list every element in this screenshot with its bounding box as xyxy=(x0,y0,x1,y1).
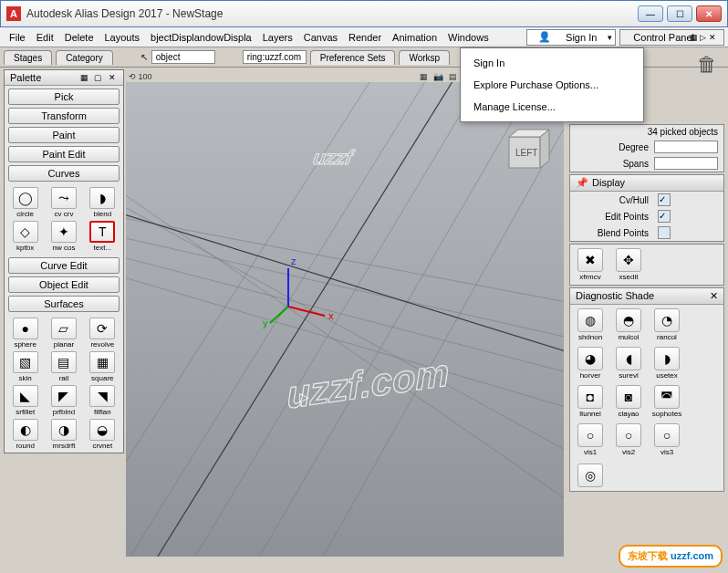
menu-animation[interactable]: Animation xyxy=(387,30,442,45)
blendpoints-label: Blend Points xyxy=(576,228,649,238)
editpoints-checkbox[interactable]: ✓ xyxy=(658,210,671,223)
menu-layouts[interactable]: Layouts xyxy=(99,30,146,45)
menu-render[interactable]: Render xyxy=(343,30,387,45)
window-title: Autodesk Alias Design 2017 - NewStage xyxy=(26,7,223,20)
maximize-button[interactable]: ☐ xyxy=(667,5,692,22)
menu-objectdisplay[interactable]: bjectDisplandowDispla xyxy=(145,30,257,45)
palette-curves[interactable]: Curves xyxy=(8,165,120,182)
tool-label: filflan xyxy=(94,408,111,416)
object-input[interactable]: object xyxy=(151,50,215,64)
tab-workspace[interactable]: Worksp xyxy=(399,50,450,65)
cvhull-checkbox[interactable]: ✓ xyxy=(658,193,671,206)
tab-stages[interactable]: Stages xyxy=(4,50,52,65)
menu-item-manage-license[interactable]: Manage License... xyxy=(461,96,643,118)
viewport-3d[interactable]: x y z LEFT uzzf uzzf.com ▷ xyxy=(126,82,564,557)
ltunnel-icon: ◘ xyxy=(577,385,603,409)
vp-icon[interactable]: ▤ xyxy=(449,72,457,81)
diag-tool-ltunnel[interactable]: ◘ltunnel xyxy=(574,385,607,418)
ring-input[interactable]: ring:uzzf.com xyxy=(243,50,307,64)
icon-label: surevl xyxy=(619,371,638,380)
diag-tool-usetex[interactable]: ◗usetex xyxy=(650,347,683,380)
menu-windows[interactable]: Windows xyxy=(442,30,494,45)
control-panel-button[interactable]: Control Panel ▦ ▷ ✕ xyxy=(619,29,724,46)
svg-line-12 xyxy=(135,82,463,557)
palette-title: Palette xyxy=(10,72,41,83)
icon-label: clayao xyxy=(618,410,639,418)
menu-item-signin[interactable]: Sign In xyxy=(461,52,643,74)
minimize-button[interactable]: — xyxy=(638,5,663,22)
svg-line-7 xyxy=(126,82,436,557)
surfaces-tool-crvnet[interactable]: ◒crvnet xyxy=(84,418,121,451)
surfaces-tool-revolve[interactable]: ⟳revolve xyxy=(84,317,121,349)
surfaces-tool-filflan[interactable]: ◥filflan xyxy=(84,384,121,417)
diag-tool-surevl[interactable]: ◖surevl xyxy=(612,347,645,380)
curves-tool-kptbx[interactable]: ◇kptbx xyxy=(6,220,44,253)
picked-objects-label: 34 picked objects xyxy=(570,125,723,139)
vp-icon[interactable]: ▦ xyxy=(420,72,428,81)
blendpoints-checkbox[interactable] xyxy=(658,226,671,239)
surfaces-tool-grid: ●sphere▱planar⟳revolve▧skin▤rail▦square◣… xyxy=(5,315,123,453)
tab-category[interactable]: Category xyxy=(56,50,113,65)
surfaces-tool-round[interactable]: ◐round xyxy=(6,418,44,451)
menu-canvas[interactable]: Canvas xyxy=(298,30,343,45)
diag-extra-tool[interactable]: ◎ xyxy=(574,464,607,487)
surfaces-tool-skin[interactable]: ▧skin xyxy=(6,350,44,383)
degree-field[interactable] xyxy=(654,141,718,153)
icon-label: sophotes xyxy=(652,410,681,418)
tool-label: nw cos xyxy=(53,244,76,252)
surfaces-tool-sphere[interactable]: ●sphere xyxy=(6,317,44,349)
curves-tool-text...[interactable]: Ttext... xyxy=(84,220,121,253)
surfaces-tool-prfblnd[interactable]: ◤prfblnd xyxy=(45,384,82,417)
crvnet-icon: ◒ xyxy=(89,419,115,441)
xform-tool-xfrmcv[interactable]: ✖xfrmcv xyxy=(574,248,607,281)
spans-field[interactable] xyxy=(654,157,718,170)
close-button[interactable]: ✕ xyxy=(696,5,722,22)
curves-tool-circle[interactable]: ◯circle xyxy=(6,186,44,219)
curves-tool-blend[interactable]: ◗blend xyxy=(84,186,121,219)
signin-dropdown[interactable]: 👤 Sign In xyxy=(526,29,616,46)
menu-edit[interactable]: Edit xyxy=(31,30,59,45)
diag-tool-clayao[interactable]: ◙clayao xyxy=(612,385,645,418)
title-bar: A Autodesk Alias Design 2017 - NewStage … xyxy=(0,0,728,27)
surfaces-tool-planar[interactable]: ▱planar xyxy=(45,317,82,349)
palette-curve-edit[interactable]: Curve Edit xyxy=(8,257,120,274)
diagnostic-shade-title[interactable]: Diagnostic Shade✕ xyxy=(570,288,723,305)
diag-tool-shdnon[interactable]: ◍shdnon xyxy=(574,308,607,341)
tool-label: mrsdrft xyxy=(53,442,76,450)
vp-icon[interactable]: 📷 xyxy=(433,72,443,81)
palette-pick[interactable]: Pick xyxy=(8,89,120,105)
xform-tool-xsedit[interactable]: ✥xsedit xyxy=(612,248,645,281)
curves-tool-nw cos[interactable]: ✦nw cos xyxy=(45,220,82,253)
surfaces-tool-srfillet[interactable]: ◣srfillet xyxy=(6,384,44,417)
diag-tool-vis2[interactable]: ○vis2 xyxy=(612,423,645,456)
diag-tool-vis1[interactable]: ○vis1 xyxy=(574,423,607,456)
palette-paint[interactable]: Paint xyxy=(8,127,120,143)
palette-object-edit[interactable]: Object Edit xyxy=(8,276,120,293)
diag-tool-mulcol[interactable]: ◓mulcol xyxy=(612,308,645,341)
menu-layers[interactable]: Layers xyxy=(257,30,298,45)
surfaces-tool-mrsdrft[interactable]: ◑mrsdrft xyxy=(45,418,82,451)
surfaces-tool-rail[interactable]: ▤rail xyxy=(45,350,82,383)
close-icon[interactable]: ✕ xyxy=(710,290,718,302)
diag-tool-sophotes[interactable]: ◚sophotes xyxy=(650,385,683,418)
palette-transform[interactable]: Transform xyxy=(8,108,120,124)
diagnostic-tool-grid: ◍shdnon◓mulcol◔rancol◕horver◖surevl◗uset… xyxy=(570,305,723,460)
tab-preference-sets[interactable]: Preference Sets xyxy=(310,50,396,65)
palette-paint-edit[interactable]: Paint Edit xyxy=(8,146,120,162)
svg-text:y: y xyxy=(263,318,268,328)
palette-header: Palette ▦ ▢ ✕ xyxy=(5,70,123,86)
curves-tool-cv crv[interactable]: ⤳cv crv xyxy=(45,186,82,219)
diag-tool-vis3[interactable]: ○vis3 xyxy=(650,423,683,456)
icon-label: usetex xyxy=(656,371,678,380)
surevl-icon: ◖ xyxy=(616,347,641,370)
palette-header-icons[interactable]: ▦ ▢ ✕ xyxy=(80,73,118,82)
diag-tool-rancol[interactable]: ◔rancol xyxy=(650,308,683,341)
display-section-title[interactable]: 📌Display xyxy=(570,175,723,192)
menu-file[interactable]: File xyxy=(4,30,31,45)
user-icon: 👤 xyxy=(533,29,556,45)
menu-delete[interactable]: Delete xyxy=(59,30,99,45)
diag-tool-horver[interactable]: ◕horver xyxy=(574,347,607,380)
menu-item-explore-purchase[interactable]: Explore Purchase Options... xyxy=(461,74,643,96)
palette-surfaces[interactable]: Surfaces xyxy=(8,296,120,312)
surfaces-tool-square[interactable]: ▦square xyxy=(84,350,121,383)
